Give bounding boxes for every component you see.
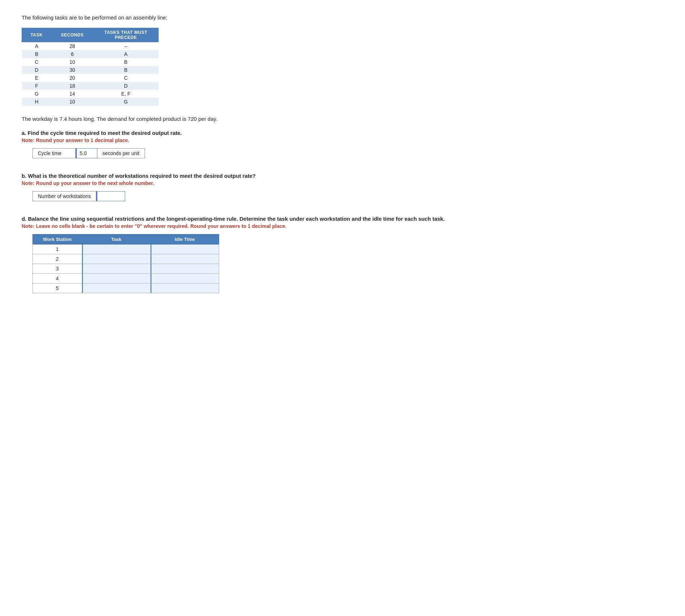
- task-row-task: E: [22, 74, 52, 82]
- ws-task-cell[interactable]: [82, 254, 150, 264]
- ws-idle-input[interactable]: [151, 264, 219, 273]
- question-b-label: b. What is the theoretical number of wor…: [22, 173, 663, 179]
- ws-idle-input[interactable]: [151, 283, 219, 293]
- workstations-input[interactable]: [96, 191, 125, 201]
- task-row-task: G: [22, 90, 52, 98]
- ws-idle-input[interactable]: [151, 274, 219, 283]
- ws-idle-cell[interactable]: [150, 274, 219, 283]
- ws-task-input[interactable]: [82, 254, 150, 264]
- ws-idle-input[interactable]: [151, 254, 219, 264]
- ws-task-cell[interactable]: [82, 274, 150, 283]
- col-precede: TASKS THAT MUSTPRECEDE: [93, 28, 158, 42]
- task-row-task: A: [22, 42, 52, 50]
- ws-col-task: Task: [82, 234, 150, 245]
- ws-idle-cell[interactable]: [150, 283, 219, 293]
- task-row-seconds: 14: [52, 90, 93, 98]
- task-row-seconds: 30: [52, 66, 93, 74]
- workstations-label: Number of workstations: [32, 191, 96, 201]
- ws-col-station: Work Station: [33, 234, 82, 245]
- ws-idle-input[interactable]: [151, 245, 219, 254]
- ws-task-input[interactable]: [82, 245, 150, 254]
- ws-station-num: 2: [33, 254, 82, 264]
- question-b-note: Note: Round up your answer to the next w…: [22, 180, 663, 186]
- task-row-precede: B: [93, 58, 158, 66]
- ws-task-input[interactable]: [82, 283, 150, 293]
- task-row-precede: G: [93, 98, 158, 106]
- task-row-precede: –: [93, 42, 158, 50]
- ws-task-input[interactable]: [82, 274, 150, 283]
- question-d-note: Note: Leave no cells blank - be certain …: [22, 223, 663, 229]
- task-row-seconds: 20: [52, 74, 93, 82]
- ws-col-idle: Idle Time: [150, 234, 219, 245]
- ws-task-input[interactable]: [82, 264, 150, 273]
- col-task: TASK: [22, 28, 52, 42]
- cycle-time-row: Cycle time seconds per unit: [32, 148, 663, 158]
- ws-task-cell[interactable]: [82, 264, 150, 274]
- cycle-time-label: Cycle time: [32, 148, 76, 158]
- cycle-time-unit: seconds per unit: [97, 148, 145, 158]
- ws-station-num: 1: [33, 245, 82, 254]
- question-d-label: d. Balance the line using sequential res…: [22, 216, 663, 222]
- workstation-table: Work Station Task Idle Time 12345: [32, 234, 219, 293]
- ws-station-num: 4: [33, 274, 82, 283]
- tasks-table: TASK SECONDS TASKS THAT MUSTPRECEDE A28–…: [22, 28, 159, 106]
- task-row-precede: C: [93, 74, 158, 82]
- question-a-block: a. Find the cycle time required to meet …: [22, 130, 663, 158]
- task-row-seconds: 18: [52, 82, 93, 90]
- ws-idle-cell[interactable]: [150, 254, 219, 264]
- workday-text: The workday is 7.4 hours long. The deman…: [22, 116, 663, 122]
- question-d-block: d. Balance the line using sequential res…: [22, 216, 663, 293]
- question-b-block: b. What is the theoretical number of wor…: [22, 173, 663, 201]
- intro-text: The following tasks are to be performed …: [22, 14, 663, 21]
- task-row-precede: D: [93, 82, 158, 90]
- task-row-seconds: 6: [52, 50, 93, 58]
- task-row-task: B: [22, 50, 52, 58]
- task-row-seconds: 10: [52, 98, 93, 106]
- question-a-label: a. Find the cycle time required to meet …: [22, 130, 663, 136]
- ws-idle-cell[interactable]: [150, 245, 219, 254]
- ws-idle-cell[interactable]: [150, 264, 219, 274]
- task-row-task: D: [22, 66, 52, 74]
- task-row-precede: E, F: [93, 90, 158, 98]
- task-row-precede: B: [93, 66, 158, 74]
- question-a-note: Note: Round your answer to 1 decimal pla…: [22, 137, 663, 143]
- ws-task-cell[interactable]: [82, 283, 150, 293]
- cycle-time-input[interactable]: [76, 148, 97, 158]
- task-row-precede: A: [93, 50, 158, 58]
- task-row-seconds: 28: [52, 42, 93, 50]
- task-row-seconds: 10: [52, 58, 93, 66]
- workstations-row: Number of workstations: [32, 191, 663, 201]
- ws-station-num: 3: [33, 264, 82, 274]
- ws-station-num: 5: [33, 283, 82, 293]
- col-seconds: SECONDS: [52, 28, 93, 42]
- task-row-task: H: [22, 98, 52, 106]
- task-row-task: F: [22, 82, 52, 90]
- ws-task-cell[interactable]: [82, 245, 150, 254]
- task-row-task: C: [22, 58, 52, 66]
